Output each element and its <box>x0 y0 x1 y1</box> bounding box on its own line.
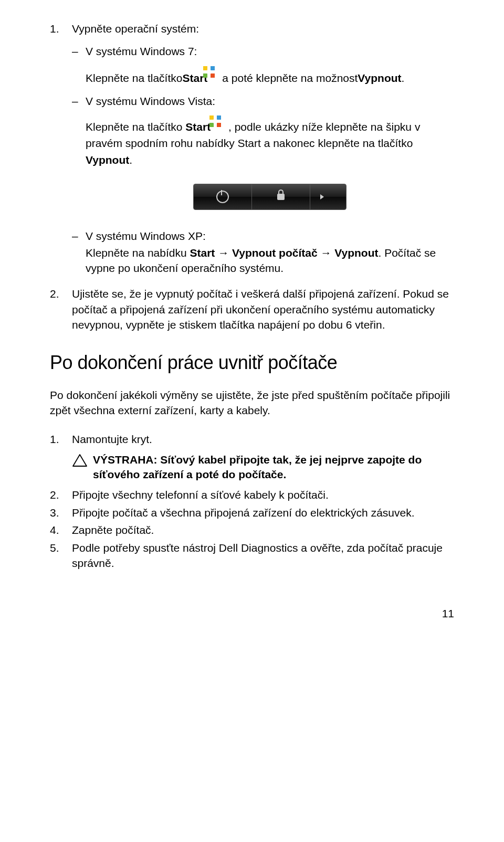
step-b1: 1. Namontujte kryt. <box>50 431 454 447</box>
warning-block: VÝSTRAHA: Síťový kabel připojte tak, že … <box>50 452 454 482</box>
dash: – <box>72 228 86 276</box>
vista-instruction: Klepněte na tlačítko Start , podle ukázk… <box>86 119 454 169</box>
step-2-text: Ujistěte se, že je vypnutý počítač i veš… <box>72 286 454 332</box>
text: a poté klepněte na možnost <box>222 70 358 87</box>
xp-label: V systému Windows XP: <box>86 228 454 244</box>
vypnout-pc-bold: Vypnout počítač <box>232 247 318 259</box>
step-number: 5. <box>50 540 72 571</box>
step-text: Připojte počítač a všechna připojená zař… <box>72 505 454 520</box>
step-number: 3. <box>50 505 72 520</box>
step-b3: 3. Připojte počítač a všechna připojená … <box>50 505 454 520</box>
step-text: Podle potřeby spusťte nástroj Dell Diagn… <box>72 540 454 571</box>
vypnout-bold: Vypnout <box>334 247 378 259</box>
xp-instruction: Klepněte na nabídku Start → Vypnout počí… <box>86 245 454 276</box>
start-bold: Start <box>190 247 215 259</box>
arrow: → <box>318 247 335 259</box>
step-number: 2. <box>50 487 72 502</box>
win7-instruction: Klepněte na tlačítko Start a poté klepně… <box>86 70 454 87</box>
step-b4: 4. Zapněte počítač. <box>50 522 454 538</box>
intro-paragraph: Po dokončení jakékoli výměny se ujistěte… <box>50 387 454 418</box>
step-b2: 2. Připojte všechny telefonní a síťové k… <box>50 487 454 502</box>
arrow: → <box>215 247 232 259</box>
start-orb-icon <box>215 121 227 133</box>
lock-icon <box>277 194 285 200</box>
dash: – <box>72 44 86 86</box>
sub-xp: – V systému Windows XP: Klepněte na nabí… <box>72 228 454 276</box>
vista-arrow-button <box>310 184 334 209</box>
vista-shutdown-bar <box>86 184 454 210</box>
step-number: 1. <box>50 21 72 281</box>
power-icon <box>216 191 229 203</box>
start-orb-icon <box>209 72 220 83</box>
step-b5: 5. Podle potřeby spusťte nástroj Dell Di… <box>50 540 454 571</box>
win7-label: V systému Windows 7: <box>86 44 454 59</box>
start-bold: Start <box>182 70 207 87</box>
sub-vista: – V systému Windows Vista: Klepněte na t… <box>72 93 454 223</box>
start-bold: Start <box>185 121 211 133</box>
text: . <box>129 154 132 166</box>
step-text: Namontujte kryt. <box>72 431 454 447</box>
sub-win7: – V systému Windows 7: Klepněte na tlačí… <box>72 44 454 86</box>
step-number: 1. <box>50 431 72 447</box>
step-number: 4. <box>50 522 72 538</box>
step-text: Zapněte počítač. <box>72 522 454 538</box>
vista-label: V systému Windows Vista: <box>86 93 454 109</box>
page-number: 11 <box>50 607 454 620</box>
section-heading: Po dokončení práce uvnitř počítače <box>50 352 454 374</box>
vypnout-bold: Vypnout <box>86 154 129 166</box>
step-number: 2. <box>50 286 72 332</box>
step-1: 1. Vypněte operační systém: – V systému … <box>50 21 454 281</box>
caution-triangle-icon <box>72 452 93 482</box>
text: Klepněte na tlačítko <box>86 70 182 87</box>
dash: – <box>72 93 86 223</box>
step-text: Připojte všechny telefonní a síťové kabe… <box>72 487 454 502</box>
chevron-right-icon <box>320 194 324 199</box>
vista-power-button <box>194 184 252 209</box>
vypnout-bold: Vypnout <box>358 70 401 87</box>
svg-marker-0 <box>73 455 87 466</box>
text: Klepněte na tlačítko <box>86 121 185 133</box>
text: . <box>402 70 405 87</box>
warning-text: VÝSTRAHA: Síťový kabel připojte tak, že … <box>93 452 454 482</box>
vista-lock-button <box>252 184 310 209</box>
step-1-title: Vypněte operační systém: <box>72 21 454 36</box>
step-2: 2. Ujistěte se, že je vypnutý počítač i … <box>50 286 454 332</box>
text: Klepněte na nabídku <box>86 247 190 259</box>
